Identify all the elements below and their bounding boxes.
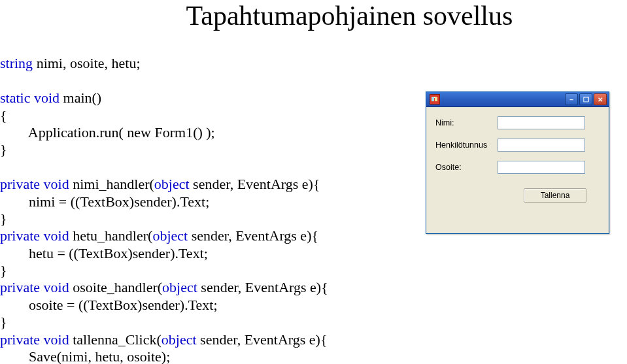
code-text: Save(nimi, hetu, osoite);	[0, 348, 170, 364]
code-text: Application.run( new Form1() );	[0, 124, 215, 141]
code-keyword: object	[154, 176, 190, 192]
input-nimi[interactable]	[498, 116, 585, 129]
code-text: sender, EventArgs e){	[197, 279, 328, 295]
code-text: }	[0, 141, 7, 157]
code-text: osoite = ((TextBox)sender).Text;	[0, 297, 218, 313]
input-hetu[interactable]	[498, 139, 585, 152]
code-text: main()	[59, 90, 101, 106]
code-keyword: object	[152, 227, 188, 244]
code-keyword: object	[161, 331, 197, 348]
code-text: {	[0, 107, 7, 124]
code-text: }	[0, 262, 7, 278]
row-nimi: Nimi:	[435, 116, 600, 129]
label-nimi: Nimi:	[435, 118, 498, 127]
save-button[interactable]: Tallenna	[524, 188, 586, 203]
row-osoite: Osoite:	[435, 161, 600, 174]
label-osoite: Osoite:	[435, 163, 498, 172]
code-keyword: private void	[0, 176, 69, 192]
row-save: Tallenna	[435, 188, 600, 203]
code-text: nimi_handler(	[69, 176, 154, 192]
code-keyword: static void	[0, 90, 59, 106]
code-text: nimi, osoite, hetu;	[33, 55, 140, 71]
app-icon	[430, 94, 440, 105]
code-text: }	[0, 314, 7, 330]
code-keyword: object	[162, 279, 197, 295]
code-text: }	[0, 210, 7, 227]
code-text: sender, EventArgs e){	[190, 176, 320, 192]
code-text: sender, EventArgs e){	[188, 227, 318, 244]
label-hetu: Henkilötunnus	[435, 141, 498, 150]
code-text: hetu = ((TextBox)sender).Text;	[0, 245, 208, 261]
maximize-button[interactable]: ❐	[579, 93, 592, 105]
form-window: – ❐ ✕ Nimi: Henkilötunnus Osoite: Tallen…	[426, 91, 609, 234]
titlebar[interactable]: – ❐ ✕	[426, 92, 609, 107]
code-block: string nimi, osoite, hetu; static void m…	[0, 38, 328, 364]
code-text: osoite_handler(	[69, 279, 162, 295]
row-hetu: Henkilötunnus	[435, 139, 600, 152]
window-controls: – ❐ ✕	[565, 93, 607, 105]
input-osoite[interactable]	[498, 161, 585, 174]
code-keyword: private void	[0, 279, 69, 295]
code-text: hetu_handler(	[69, 227, 153, 244]
page-title: Tapahtumapohjainen sovellus	[0, 0, 627, 31]
code-keyword: string	[0, 55, 33, 71]
close-button[interactable]: ✕	[594, 93, 607, 105]
code-keyword: private void	[0, 227, 69, 244]
code-text: nimi = ((TextBox)sender).Text;	[0, 193, 209, 210]
code-text: sender, EventArgs e){	[197, 331, 328, 348]
minimize-button[interactable]: –	[565, 93, 578, 105]
form-body: Nimi: Henkilötunnus Osoite: Tallenna	[426, 107, 609, 212]
code-keyword: private void	[0, 331, 69, 348]
code-text: tallenna_Click(	[69, 331, 161, 348]
